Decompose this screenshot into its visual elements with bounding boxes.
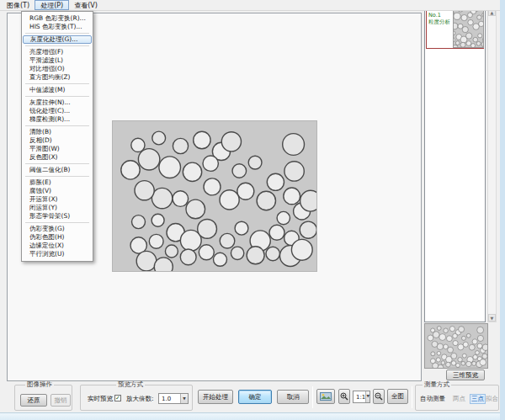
image-ops-caption: 图像操作 [25, 381, 54, 388]
menu-entry[interactable]: RGB 色彩变换(R)... [23, 14, 92, 23]
thumbnail-list[interactable]: No.1粒度分析 [424, 8, 486, 322]
image-mode-button[interactable] [316, 389, 335, 404]
zoom-factor-value: 1.0 [159, 396, 180, 402]
menu-entry[interactable]: 中值滤波(M) [23, 86, 92, 94]
app-window: { "colors": { "accent": "#7da2ce", "sele… [0, 0, 505, 420]
menu-entry[interactable]: 阈值二值化(B) [23, 166, 92, 174]
menu-entry[interactable]: 伪彩变换(G) [23, 225, 92, 233]
ok-button[interactable]: 确定 [238, 390, 272, 404]
menu-entry[interactable]: 灰度拉伸(N)... [23, 98, 92, 107]
menu-entry[interactable]: 直方图均衡(Z) [23, 73, 92, 82]
dropdown-arrow-icon[interactable]: ▼ [365, 391, 369, 402]
restore-button[interactable]: 还原 [20, 394, 47, 407]
menu-entry[interactable]: 平行浏览(U) [23, 250, 92, 258]
undo-button[interactable]: 撤销 [50, 394, 71, 407]
cancel-button[interactable]: 取消 [277, 390, 309, 404]
toolbar-divider [412, 386, 412, 408]
fit-view-button[interactable]: 全图 [387, 389, 408, 404]
preview-thumbnail [425, 324, 487, 368]
menu-item-view[interactable]: 查看(V) [69, 0, 103, 10]
menu-separator [25, 163, 89, 164]
zoom-in-icon [340, 392, 348, 401]
zoom-out-icon [375, 392, 383, 401]
menu-entry[interactable]: 伪彩色图(H) [23, 233, 92, 242]
menu-item-process[interactable]: 处理(P) [35, 0, 69, 10]
specimen-image [113, 121, 316, 271]
process-button[interactable]: 开始处理 [198, 390, 233, 404]
item-thumbnail [454, 11, 483, 47]
menu-separator [25, 222, 89, 223]
preview-3d-button[interactable]: 三维预览 [446, 369, 485, 380]
checkmark-icon: ✓ [115, 395, 120, 401]
menu-entry[interactable]: 膨胀(E) [23, 178, 92, 187]
realtime-preview-label: 实时预览 [88, 395, 113, 403]
status-bar [0, 412, 505, 420]
measure-group: 测量方式 自动测量 两点 三点 拟合 [415, 385, 499, 411]
menu-entry[interactable]: 平滑图(W) [23, 145, 92, 153]
menu-entry[interactable]: 亮度增强(F) [23, 48, 92, 56]
dropdown-arrow-icon[interactable]: ▼ [180, 394, 188, 403]
measure-caption: 测量方式 [423, 381, 451, 388]
menu-entry[interactable]: 腐蚀(V) [23, 187, 92, 195]
preview-caption: 预览方式 [116, 381, 145, 388]
preview-group: 预览方式 实时预览 ✓ 放大倍数: 1.0 ▼ [80, 385, 193, 411]
menu-separator [25, 176, 89, 177]
menu-separator [25, 83, 89, 84]
menu-entry[interactable]: 对比增强(O) [23, 65, 92, 73]
menu-entry[interactable]: 灰度化处理(G)... [23, 35, 92, 44]
measure-option-auto[interactable]: 自动测量 [420, 395, 445, 403]
menu-separator [25, 45, 89, 46]
menu-entry[interactable]: 闭运算(Y) [23, 204, 92, 212]
image-icon [320, 392, 332, 401]
realtime-preview-checkbox[interactable]: ✓ [114, 395, 121, 401]
measure-option-three-point[interactable]: 三点 [470, 394, 486, 404]
zoom-in-button[interactable] [338, 389, 350, 404]
zoom-factor-combo[interactable]: 1.0 ▼ [158, 393, 189, 404]
zoom-ratio-value: 1:1 [354, 394, 365, 401]
zoom-ratio-combo[interactable]: 1:1 ▼ [353, 391, 370, 403]
list-item[interactable]: No.1粒度分析 [426, 9, 484, 49]
measure-option-two-point[interactable]: 两点 [453, 395, 465, 403]
scroll-down-icon[interactable]: ▼ [488, 314, 496, 322]
menu-entry[interactable]: 清除(B) [23, 128, 92, 136]
menu-entry[interactable]: 开运算(X) [23, 195, 92, 204]
menu-entry[interactable]: 边缘定位(X) [23, 242, 92, 250]
image-ops-group: 图像操作 还原 撤销 [14, 385, 72, 411]
zoom-factor-label: 放大倍数: [126, 395, 154, 403]
measure-option-fit[interactable]: 拟合 [486, 395, 498, 403]
dropdown-menu: RGB 色彩变换(R)...HIS 色彩变换(T)...灰度化处理(G)...亮… [21, 11, 93, 262]
menu-entry[interactable]: 锐化处理(C)... [23, 107, 92, 115]
zoom-out-button[interactable] [373, 389, 385, 404]
menu-entry[interactable]: 反色图(X) [23, 153, 92, 162]
list-item-label: No.1粒度分析 [427, 10, 454, 48]
vertical-scrollbar[interactable]: ▲ ▼ [487, 8, 497, 322]
menu-entry[interactable]: HIS 色彩变换(T)... [23, 23, 92, 31]
menu-item-image[interactable]: 图像(T) [2, 0, 35, 10]
menu-bar: 图像(T) 处理(P) 查看(V) [0, 0, 505, 11]
menu-entry[interactable]: 梯度检测(R)... [23, 115, 92, 124]
menu-separator [25, 33, 89, 34]
window-edge [500, 0, 505, 420]
menu-separator [25, 125, 89, 126]
menu-entry[interactable]: 平滑滤波(L) [23, 56, 92, 65]
menu-separator [25, 96, 89, 97]
menu-entry[interactable]: 反相(D) [23, 136, 92, 145]
menu-entry[interactable]: 形态学骨架(S) [23, 212, 92, 221]
toolbar-divider [312, 386, 313, 408]
